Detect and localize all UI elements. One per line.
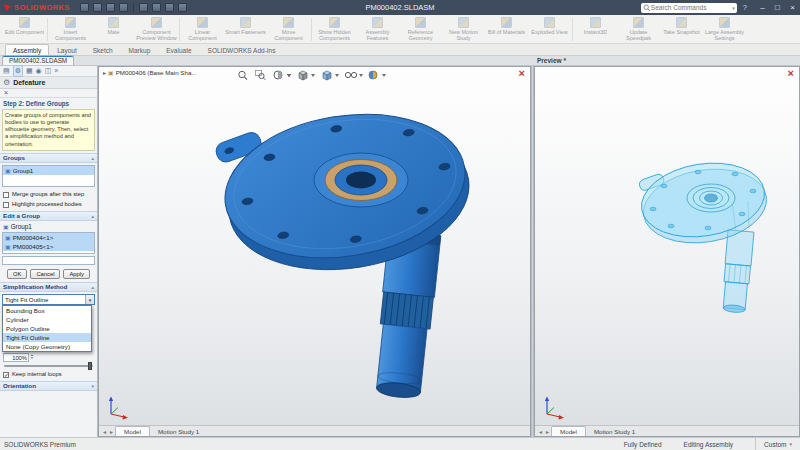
- ribbon-tool-mate[interactable]: Mate: [92, 17, 135, 42]
- more-tabs-icon[interactable]: »: [54, 66, 58, 76]
- orientation-section-header[interactable]: Orientation ▾: [0, 381, 97, 391]
- ribbon-tool-large-assembly-settings[interactable]: Large Assembly Settings: [703, 17, 746, 42]
- collapse-icon[interactable]: ▴: [91, 155, 94, 161]
- apply-button[interactable]: Apply: [63, 269, 90, 279]
- view-orientation-dropdown-icon[interactable]: [311, 74, 315, 77]
- tab-scroll-left-icon[interactable]: ◂: [537, 428, 544, 436]
- dropdown-option-bounding-box[interactable]: Bounding Box: [3, 306, 91, 315]
- ribbon-tool-linear-component-pattern[interactable]: Linear Component Pattern: [181, 17, 224, 42]
- collapse-icon[interactable]: ▴: [91, 213, 94, 219]
- hide-show-dropdown-icon[interactable]: [359, 74, 363, 77]
- edit-group-section-header[interactable]: Edit a Group ▴: [0, 211, 97, 221]
- slider-track[interactable]: [4, 365, 93, 367]
- ribbon-tool-exploded-view[interactable]: Exploded View: [528, 17, 571, 42]
- options-icon[interactable]: [178, 3, 187, 12]
- tab-solidworks-addins[interactable]: SOLIDWORKS Add-Ins: [200, 44, 284, 55]
- view-orientation-icon[interactable]: [299, 71, 307, 80]
- propertymanager-tab-icon[interactable]: ⚙: [13, 65, 23, 77]
- zoom-fit-icon[interactable]: [238, 71, 246, 79]
- ok-button[interactable]: OK: [7, 269, 27, 279]
- preview-viewport[interactable]: ×: [534, 66, 800, 437]
- groups-section-header[interactable]: Groups ▴: [0, 153, 97, 163]
- tab-scroll-right-icon[interactable]: ▸: [544, 428, 551, 436]
- new-document-icon[interactable]: [80, 3, 89, 12]
- cancel-x-icon[interactable]: ×: [4, 89, 8, 96]
- group-name-field[interactable]: [2, 256, 95, 265]
- main-viewport[interactable]: ▸ ▣ PM000406 (Base Main Sha...: [98, 66, 531, 437]
- tab-markup[interactable]: Markup: [121, 44, 159, 55]
- maximize-button[interactable]: □: [770, 0, 785, 15]
- merge-groups-checkbox[interactable]: [3, 192, 9, 198]
- search-commands-box[interactable]: ▾: [641, 3, 737, 13]
- ribbon-tool-reference-geometry[interactable]: Reference Geometry: [399, 17, 442, 42]
- highlight-bodies-checkbox-row[interactable]: Highlight processed bodies: [0, 199, 97, 209]
- tab-motion-study-1[interactable]: Motion Study 1: [150, 427, 207, 436]
- groups-list[interactable]: ▣ Group1: [2, 165, 95, 187]
- dropdown-option-tight-fit-outline[interactable]: Tight Fit Outline: [3, 333, 91, 342]
- stepper-icons[interactable]: ▴▾: [31, 354, 33, 361]
- ribbon-tool-take-snapshot[interactable]: Take Snapshot: [660, 17, 703, 42]
- simplification-factor-slider[interactable]: [0, 362, 97, 369]
- tab-sketch[interactable]: Sketch: [85, 44, 121, 55]
- ribbon-tool-instant3d[interactable]: Instant3D: [574, 17, 617, 42]
- ribbon-tool-edit-component[interactable]: Edit Component: [3, 17, 46, 42]
- ribbon-tool-move-component[interactable]: Move Component: [267, 17, 310, 42]
- flyout-arrow-icon[interactable]: ▸: [103, 69, 106, 76]
- close-button[interactable]: ×: [785, 0, 800, 15]
- preview-model[interactable]: [535, 67, 799, 425]
- ribbon-tool-component-preview-window[interactable]: Component Preview Window: [135, 17, 178, 42]
- tab-assembly[interactable]: Assembly: [5, 44, 49, 55]
- ribbon-tool-update-speedpak[interactable]: Update Speedpak Subassemblies: [617, 17, 660, 42]
- cancel-button[interactable]: Cancel: [30, 269, 60, 279]
- search-input[interactable]: [651, 4, 732, 11]
- zoom-area-icon[interactable]: [255, 71, 265, 80]
- print-icon[interactable]: [119, 3, 128, 12]
- scene-dropdown-icon[interactable]: [382, 74, 386, 77]
- configurationmanager-tab-icon[interactable]: ▦: [26, 66, 33, 76]
- dropdown-option-polygon-outline[interactable]: Polygon Outline: [3, 324, 91, 333]
- ribbon-tool-smart-fasteners[interactable]: Smart Fasteners: [224, 17, 267, 42]
- ribbon-tool-show-hidden-components[interactable]: Show Hidden Components: [313, 17, 356, 42]
- display-style-icon[interactable]: [323, 71, 331, 80]
- collapse-icon[interactable]: ▾: [91, 383, 94, 389]
- center-hub[interactable]: [314, 153, 408, 207]
- list-item-component[interactable]: ▣ PM000404<1>: [3, 233, 94, 242]
- tab-scroll-right-icon[interactable]: ▸: [108, 428, 115, 436]
- group-members-list[interactable]: ▣ PM000404<1> ▣ PM000405<1>: [2, 232, 95, 254]
- display-style-dropdown-icon[interactable]: [335, 74, 339, 77]
- ribbon-tool-new-motion-study[interactable]: New Motion Study: [442, 17, 485, 42]
- chevron-down-icon[interactable]: ▾: [732, 5, 735, 11]
- dropdown-option-none-copy-geometry[interactable]: None (Copy Geometry): [3, 342, 91, 351]
- close-preview-window-icon[interactable]: ×: [519, 68, 525, 79]
- breadcrumb[interactable]: ▸ ▣ PM000406 (Base Main Sha...: [103, 69, 197, 76]
- displaymanager-tab-icon[interactable]: ◫: [45, 66, 52, 76]
- open-document-icon[interactable]: [93, 3, 102, 12]
- keep-internal-loops-checkbox[interactable]: [3, 372, 9, 378]
- close-preview-window-icon[interactable]: ×: [788, 68, 794, 79]
- list-item-component[interactable]: ▣ PM000405<1>: [3, 242, 94, 251]
- tab-model[interactable]: Model: [551, 426, 586, 436]
- dimxpert-tab-icon[interactable]: ◉: [36, 66, 42, 76]
- highlight-bodies-checkbox[interactable]: [3, 202, 9, 208]
- rebuild-icon[interactable]: [165, 3, 174, 12]
- keep-internal-loops-row[interactable]: Keep internal loops: [0, 369, 97, 379]
- tab-scroll-left-icon[interactable]: ◂: [101, 428, 108, 436]
- simplification-method-section-header[interactable]: Simplification Method ▴: [0, 282, 97, 292]
- help-icon[interactable]: ?: [743, 3, 747, 12]
- dropdown-option-cylinder[interactable]: Cylinder: [3, 315, 91, 324]
- combobox-dropdown-icon[interactable]: ▾: [85, 295, 94, 304]
- ribbon-tool-insert-components[interactable]: Insert Components: [49, 17, 92, 42]
- document-tab[interactable]: PM000402.SLDASM: [2, 55, 74, 65]
- tab-model[interactable]: Model: [115, 426, 150, 436]
- status-custom-dropdown[interactable]: Custom ▾: [755, 438, 800, 450]
- ribbon-tool-bill-of-materials[interactable]: Bill of Materials: [485, 17, 528, 42]
- tab-motion-study-1[interactable]: Motion Study 1: [586, 427, 643, 436]
- assembly-model[interactable]: [99, 67, 530, 425]
- undo-icon[interactable]: [139, 3, 148, 12]
- save-icon[interactable]: [106, 3, 115, 12]
- simplification-method-combobox[interactable]: Tight Fit Outline ▾: [2, 294, 95, 305]
- collapse-icon[interactable]: ▴: [91, 284, 94, 290]
- minimize-button[interactable]: –: [755, 0, 770, 15]
- tab-layout[interactable]: Layout: [49, 44, 85, 55]
- redo-icon[interactable]: [152, 3, 161, 12]
